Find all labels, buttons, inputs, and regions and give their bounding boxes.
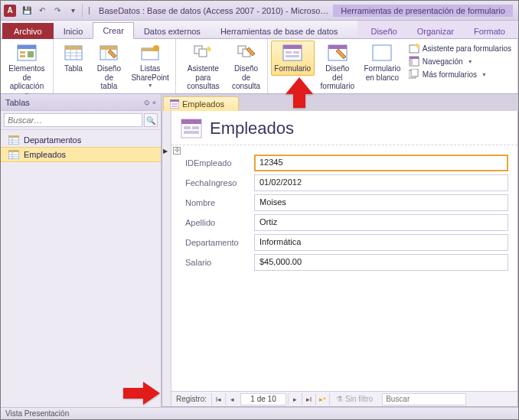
nav-header[interactable]: Tablas ⊙ « <box>1 94 161 111</box>
title-bar: A 💾 ↶ ↷ ▾ | BaseDatos : Base de datos (A… <box>1 1 518 21</box>
svg-marker-55 <box>123 382 160 405</box>
svg-rect-34 <box>411 69 418 77</box>
recnav-next[interactable]: ▸ <box>288 393 302 405</box>
app-parts-icon <box>15 43 38 63</box>
nav-item-departamentos[interactable]: Departamentos <box>1 133 161 147</box>
app-icon: A <box>4 5 16 17</box>
document-tabs: Empleados <box>162 94 518 111</box>
dropdown-icon: ▼ <box>148 83 153 89</box>
tab-organizar[interactable]: Organizar <box>407 23 464 39</box>
recnav-new[interactable]: ▸* <box>315 393 329 405</box>
wizard-icon <box>409 43 419 54</box>
btn-formulario[interactable]: Formulario <box>271 41 315 76</box>
svg-rect-23 <box>286 51 292 54</box>
table-design-icon <box>97 43 120 63</box>
svg-rect-36 <box>8 135 19 138</box>
btn-formulario-blanco[interactable]: Formularioen blanco <box>361 41 404 84</box>
btn-label: Formularioen blanco <box>364 64 401 82</box>
field-label: Nombre <box>181 198 254 207</box>
svg-rect-18 <box>199 49 207 57</box>
btn-elementos-aplicacion[interactable]: Elementos deaplicación ▼ <box>4 41 50 100</box>
doc-tab-label: Empleados <box>182 99 224 109</box>
recnav-label: Registro: <box>171 395 211 403</box>
window-title: BaseDatos : Base de datos (Access 2007 -… <box>99 6 328 15</box>
status-bar: Vista Presentación <box>1 407 518 420</box>
status-text: Vista Presentación <box>5 409 69 418</box>
form-body: Empleados ✢ IDEmpleado12345 FechaIngreso… <box>162 111 518 407</box>
btn-listas-sharepoint[interactable]: ListasSharePoint ▼ <box>128 41 173 91</box>
contextual-title: Herramientas de presentación de formular… <box>333 5 513 17</box>
ribbon-tabstrip: Archivo Inicio Crear Datos externos Herr… <box>1 21 518 39</box>
dropdown-icon: ▼ <box>468 59 473 64</box>
workspace: Tablas ⊙ « 🔍 Departamentos Empleados Emp… <box>1 94 518 407</box>
btn-label: Diseño delformulario <box>320 64 355 91</box>
record-selector[interactable] <box>162 111 171 406</box>
svg-rect-6 <box>65 46 82 50</box>
recnav-filter[interactable]: ⚗Sin filtro <box>329 393 379 405</box>
btn-label: Tabla <box>64 64 83 73</box>
nav-table-list: Departamentos Empleados <box>1 130 161 165</box>
svg-rect-27 <box>328 45 347 49</box>
btn-mas-formularios[interactable]: Más formularios ▼ <box>407 68 513 80</box>
record-navigator: Registro: I◂ ◂ 1 de 10 ▸ ▸I ▸* ⚗Sin filt… <box>171 391 517 406</box>
nav-search-button[interactable]: 🔍 <box>144 113 158 127</box>
recnav-position[interactable]: 1 de 10 <box>240 393 286 405</box>
nav-item-empleados[interactable]: Empleados <box>1 147 161 162</box>
row-label: Más formularios <box>423 70 477 79</box>
field-label: FechaIngreso <box>181 178 254 187</box>
field-salario[interactable]: $45,000.00 <box>254 254 508 271</box>
blank-form-icon <box>370 43 393 63</box>
qat-undo-icon[interactable]: ↶ <box>35 4 49 18</box>
nav-search-input[interactable] <box>4 113 142 127</box>
tab-file[interactable]: Archivo <box>2 23 54 39</box>
tab-crear[interactable]: Crear <box>93 22 134 39</box>
table-icon <box>62 43 85 63</box>
field-departamento[interactable]: Informática <box>254 234 508 251</box>
recnav-prev[interactable]: ◂ <box>225 393 239 405</box>
tab-diseno[interactable]: Diseño <box>361 23 406 39</box>
recnav-first[interactable]: I◂ <box>211 393 225 405</box>
qat-redo-icon[interactable]: ↷ <box>51 4 64 18</box>
nav-collapse-icon[interactable]: ⊙ « <box>144 99 156 106</box>
nav-item-label: Empleados <box>24 150 66 159</box>
row-label: Asistente para formularios <box>423 44 511 53</box>
table-icon <box>8 150 19 159</box>
recnav-last[interactable]: ▸I <box>302 393 315 405</box>
field-label: Apellido <box>181 218 254 227</box>
form-icon <box>281 43 304 63</box>
field-fechaingreso[interactable]: 01/02/2012 <box>254 174 508 191</box>
field-apellido[interactable]: Ortiz <box>254 214 508 231</box>
btn-label: Elementos deaplicación <box>8 64 46 91</box>
tab-datos-externos[interactable]: Datos externos <box>134 23 211 39</box>
nav-title: Tablas <box>5 98 30 107</box>
tab-formato[interactable]: Formato <box>464 23 515 39</box>
btn-diseno-tabla[interactable]: Diseñode tabla <box>92 41 126 93</box>
btn-label: ListasSharePoint <box>131 64 168 82</box>
btn-navegacion[interactable]: Navegación ▼ <box>407 55 513 67</box>
recnav-search[interactable] <box>382 393 466 405</box>
svg-rect-1 <box>18 45 36 49</box>
field-idempleado[interactable]: 12345 <box>254 155 508 171</box>
field-nombre[interactable]: Moises <box>254 194 508 211</box>
doc-tab-empleados[interactable]: Empleados <box>163 96 239 111</box>
navigation-pane: Tablas ⊙ « 🔍 Departamentos Empleados <box>1 94 162 407</box>
qat-save-icon[interactable]: 💾 <box>20 4 34 18</box>
layout-selector-icon[interactable]: ✢ <box>173 147 181 155</box>
btn-diseno-formulario[interactable]: Diseño delformulario <box>316 41 359 93</box>
query-design-icon <box>235 43 258 63</box>
qat-customize-icon[interactable]: ▾ <box>66 4 80 18</box>
tab-herramientas-bd[interactable]: Herramientas de base de datos <box>211 23 348 39</box>
btn-tabla[interactable]: Tabla <box>57 41 90 76</box>
svg-rect-31 <box>410 57 419 59</box>
field-label: Salario <box>181 258 254 267</box>
tab-inicio[interactable]: Inicio <box>54 23 93 39</box>
btn-asistente-consultas[interactable]: Asistente paraconsultas <box>179 41 227 93</box>
btn-asistente-formularios[interactable]: Asistente para formularios <box>407 42 513 54</box>
form-detail: ✢ IDEmpleado12345 FechaIngreso01/02/2012… <box>171 145 517 280</box>
btn-label: Diseño deconsulta <box>232 64 260 91</box>
btn-diseno-consulta[interactable]: Diseño deconsulta <box>228 41 264 93</box>
form-title: Empleados <box>210 119 294 138</box>
nav-item-label: Departamentos <box>24 135 81 145</box>
more-forms-icon <box>409 69 419 80</box>
btn-label: Formulario <box>274 64 311 73</box>
